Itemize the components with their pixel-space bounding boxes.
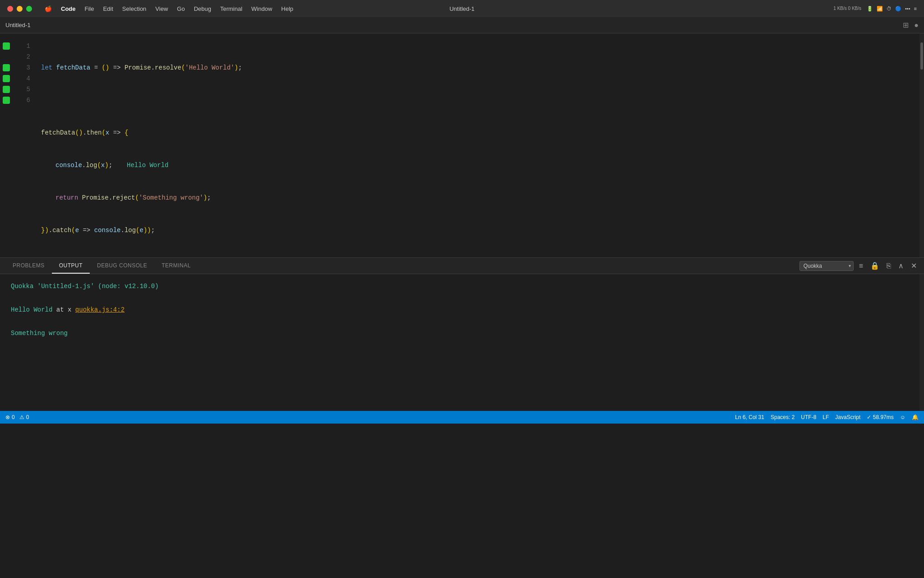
close-paren: ) [45, 225, 48, 236]
reject-paren: ( [135, 192, 139, 203]
op-dot1: . [151, 62, 155, 73]
output-something-wrong: Something wrong [11, 330, 68, 337]
fn-reject: reject [112, 192, 135, 203]
console-obj2: console [94, 225, 121, 236]
line-number-1: 1 [13, 41, 37, 51]
status-bell[interactable]: 🔔 [912, 414, 919, 420]
panel-tabs-left: PROBLEMS OUTPUT DEBUG CONSOLE TERMINAL [5, 258, 198, 274]
lock-icon[interactable]: 🔒 [869, 261, 881, 271]
line-numbers: 1 2 3 4 5 6 [13, 33, 37, 257]
tab-terminal[interactable]: TERMINAL [154, 258, 198, 274]
tab-output[interactable]: OUTPUT [52, 258, 90, 274]
status-errors[interactable]: ⊗ 0 ⚠ 0 [5, 414, 29, 420]
debug-dot-5[interactable] [3, 86, 10, 93]
status-emoji[interactable]: ☺ [900, 414, 906, 420]
output-line-blank [11, 293, 913, 303]
code-line-3: fetchData().then(x => { [41, 127, 919, 138]
menu-code[interactable]: Code [57, 5, 79, 13]
fn-promise: Promise [125, 62, 151, 73]
code-line-6: }).catch(e => console.log(e)); [41, 225, 919, 236]
status-spaces[interactable]: Spaces: 2 [771, 414, 795, 420]
arrow-catch: => [79, 225, 94, 236]
paren-open: ( [102, 62, 105, 73]
dot-then: . [83, 127, 86, 138]
status-ln-col[interactable]: Ln 6, Col 31 [735, 414, 764, 420]
fn-log2: log [125, 225, 136, 236]
output-at-x: at x [52, 306, 75, 313]
log-paren-close: ) [105, 160, 108, 171]
panel-scrollbar[interactable] [919, 274, 924, 411]
paren-close: ) [106, 62, 109, 73]
tab-problems[interactable]: PROBLEMS [5, 258, 52, 274]
status-encoding[interactable]: UTF-8 [801, 414, 816, 420]
menu-terminal[interactable]: Terminal [217, 5, 246, 13]
output-source-wrapper: Quokka Git Extension Host ▾ [799, 261, 854, 271]
code-content[interactable]: let fetchData = () => Promise.resolve('H… [37, 33, 919, 257]
fn-fetchdata-call: fetchData [41, 127, 75, 138]
debug-dot-6[interactable] [3, 97, 10, 104]
code-line-2 [41, 95, 919, 106]
time-machine-icon: ⏱ [887, 6, 892, 11]
debug-dot-3[interactable] [3, 64, 10, 71]
network-info: 1 KB/s 0 KB/s [833, 6, 861, 11]
call-paren: () [75, 127, 83, 138]
paren2-open: ( [181, 62, 185, 73]
finder-icon: 🔵 [895, 6, 901, 12]
battery-icon: 🔋 [867, 6, 873, 12]
menu-selection[interactable]: Selection [119, 5, 150, 13]
op-arrow: => [109, 62, 125, 73]
copy-icon[interactable]: ⎘ [885, 261, 893, 271]
output-source-select[interactable]: Quokka Git Extension Host [799, 261, 854, 271]
status-eol[interactable]: LF [822, 414, 829, 420]
menu-file[interactable]: File [81, 5, 98, 13]
unsaved-dot-icon: ● [914, 21, 919, 29]
menu-window[interactable]: Window [248, 5, 276, 13]
filter-icon[interactable]: ≡ [857, 261, 865, 271]
editor-scrollbar-thumb[interactable] [920, 42, 923, 70]
output-quokka-link[interactable]: quokka.js:4:2 [75, 306, 125, 313]
scroll-up-icon[interactable]: ∧ [896, 261, 906, 271]
dot-reject: . [109, 192, 112, 203]
apple-menu[interactable]: 🍎 [41, 5, 55, 13]
minimize-button[interactable] [17, 6, 23, 12]
wifi-icon: 📶 [877, 6, 883, 12]
menu-bar: 🍎 Code File Edit Selection View Go Debug… [41, 5, 297, 13]
output-line-blank2 [11, 317, 913, 326]
tab-icons: ⊞ ● [903, 21, 919, 29]
output-quokka-text: Quokka 'Untitled-1.js' (node: v12.10.0) [11, 283, 159, 290]
debug-dot-4[interactable] [3, 75, 10, 82]
debug-dot-1[interactable] [3, 42, 10, 50]
output-line-3: Something wrong [11, 328, 913, 338]
fn-then: then [87, 127, 102, 138]
more-icon: ••• [905, 6, 910, 11]
menu-go[interactable]: Go [173, 5, 188, 13]
traffic-lights [7, 6, 32, 12]
menu-view[interactable]: View [152, 5, 171, 13]
line-number-3: 3 [13, 62, 37, 73]
maximize-button[interactable] [26, 6, 32, 12]
menu-edit[interactable]: Edit [99, 5, 116, 13]
close-panel-icon[interactable]: ✕ [909, 261, 919, 271]
close-button[interactable] [7, 6, 13, 12]
arrow-then: => [109, 127, 125, 138]
output-hello-world: Hello World [11, 306, 52, 313]
menu-debug[interactable]: Debug [190, 5, 215, 13]
split-editor-icon[interactable]: ⊞ [903, 21, 909, 29]
panel-tabs: PROBLEMS OUTPUT DEBUG CONSOLE TERMINAL Q… [0, 258, 924, 274]
window-title: Untitled-1 [449, 5, 475, 12]
panel-tabs-right: Quokka Git Extension Host ▾ ≡ 🔒 ⎘ ∧ ✕ [799, 261, 919, 271]
menu-help[interactable]: Help [277, 5, 297, 13]
close-brace: } [41, 225, 45, 236]
status-perf[interactable]: ✓ 58.97ms [867, 414, 893, 420]
code-editor[interactable]: 1 2 3 4 5 6 let fetchData = () => Promis… [0, 33, 924, 257]
status-language[interactable]: JavaScript [835, 414, 860, 420]
fn-log: log [86, 160, 97, 171]
console-obj: console [55, 160, 82, 171]
editor-tab-title[interactable]: Untitled-1 [5, 22, 31, 28]
arg-x: x [101, 160, 105, 171]
debug-dots [0, 33, 13, 257]
error-icon: ⊗ [5, 414, 10, 420]
tab-debug-console[interactable]: DEBUG CONSOLE [90, 258, 154, 274]
editor-scrollbar[interactable] [919, 33, 924, 257]
log-paren: ( [97, 160, 101, 171]
